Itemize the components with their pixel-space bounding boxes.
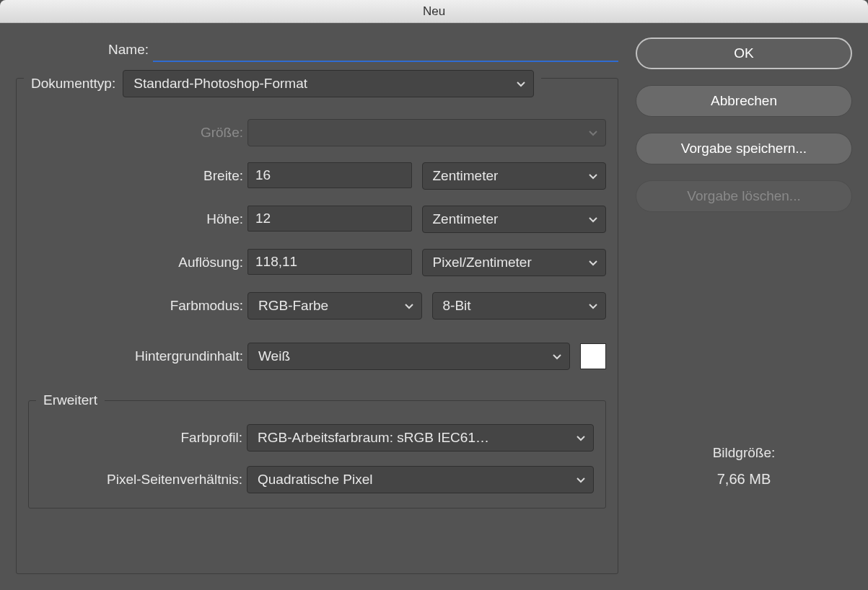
width-label: Breite: [28,168,247,184]
width-row: Breite: Zentimeter [28,162,606,190]
resolution-unit-value: Pixel/Zentimeter [433,255,532,270]
doc-type-select[interactable]: Standard-Photoshop-Format [123,70,534,97]
size-label: Größe: [28,125,247,141]
chevron-down-icon [588,301,598,311]
advanced-fieldset: Erweitert Farbprofil: RGB-Arbeitsfarbrau… [28,400,606,508]
color-profile-label: Farbprofil: [40,430,247,446]
width-input[interactable] [247,162,412,188]
color-mode-row: Farbmodus: RGB-Farbe 8-Bit [28,292,606,320]
actions-panel: OK Abbrechen Vorgabe speichern... Vorgab… [636,38,852,574]
resolution-unit-select[interactable]: Pixel/Zentimeter [422,249,607,276]
background-row: Hintergrundinhalt: Weiß [28,343,606,370]
pixel-aspect-select[interactable]: Quadratische Pixel [247,466,594,493]
height-row: Höhe: Zentimeter [28,206,606,233]
cancel-button[interactable]: Abbrechen [636,85,852,117]
color-depth-select[interactable]: 8-Bit [432,292,607,320]
main-fieldset: Dokumenttyp: Standard-Photoshop-Format G… [16,78,618,574]
resolution-input[interactable] [247,249,412,275]
color-depth-value: 8-Bit [443,298,471,314]
background-select[interactable]: Weiß [247,343,570,370]
chevron-down-icon [516,79,526,89]
chevron-down-icon [576,433,586,443]
resolution-row: Auflösung: Pixel/Zentimeter [28,249,606,276]
advanced-label: Erweitert [43,392,97,408]
filesize-value: 7,66 MB [636,471,852,488]
new-document-dialog: Neu Name: Dokumenttyp: Standard-Photosho… [0,0,868,590]
pixel-aspect-label: Pixel-Seitenverhältnis: [40,472,247,488]
filesize-label: Bildgröße: [636,445,852,461]
chevron-down-icon [552,351,562,361]
size-row: Größe: [28,119,606,146]
chevron-down-icon [588,214,598,224]
height-unit-select[interactable]: Zentimeter [422,206,607,233]
pixel-aspect-value: Quadratische Pixel [258,472,372,488]
chevron-down-icon [576,475,586,485]
background-label: Hintergrundinhalt: [28,348,247,364]
name-label: Name: [16,42,153,58]
background-value: Weiß [258,348,290,364]
chevron-down-icon [404,301,414,311]
settings-panel: Name: Dokumenttyp: Standard-Photoshop-Fo… [16,38,618,574]
pixel-aspect-row: Pixel-Seitenverhältnis: Quadratische Pix… [40,466,594,493]
background-color-swatch[interactable] [580,343,606,369]
chevron-down-icon [588,257,598,268]
chevron-down-icon [588,128,598,138]
color-mode-select[interactable]: RGB-Farbe [247,292,422,320]
filesize-info: Bildgröße: 7,66 MB [636,445,852,488]
color-mode-value: RGB-Farbe [258,298,328,314]
width-unit-value: Zentimeter [433,168,499,184]
dialog-body: Name: Dokumenttyp: Standard-Photoshop-Fo… [0,23,868,590]
doc-type-legend: Dokumenttyp: Standard-Photoshop-Format [24,70,541,97]
height-input[interactable] [247,206,412,232]
resolution-label: Auflösung: [28,255,247,270]
window-title: Neu [423,4,445,19]
color-profile-row: Farbprofil: RGB-Arbeitsfarbraum: sRGB IE… [40,424,594,452]
height-unit-value: Zentimeter [433,211,499,227]
color-mode-label: Farbmodus: [28,298,247,314]
chevron-down-icon [588,171,598,181]
save-preset-button[interactable]: Vorgabe speichern... [636,133,852,164]
width-unit-select[interactable]: Zentimeter [422,162,607,190]
name-row: Name: [16,38,618,62]
titlebar: Neu [0,0,868,23]
color-profile-select[interactable]: RGB-Arbeitsfarbraum: sRGB IEC61… [247,424,594,452]
color-profile-value: RGB-Arbeitsfarbraum: sRGB IEC61… [258,430,489,446]
name-input[interactable] [153,38,618,62]
height-label: Höhe: [28,211,247,227]
doc-type-label: Dokumenttyp: [31,76,115,92]
size-select [247,119,606,146]
ok-button[interactable]: OK [636,38,852,69]
delete-preset-button: Vorgabe löschen... [636,180,852,212]
doc-type-value: Standard-Photoshop-Format [133,76,307,92]
